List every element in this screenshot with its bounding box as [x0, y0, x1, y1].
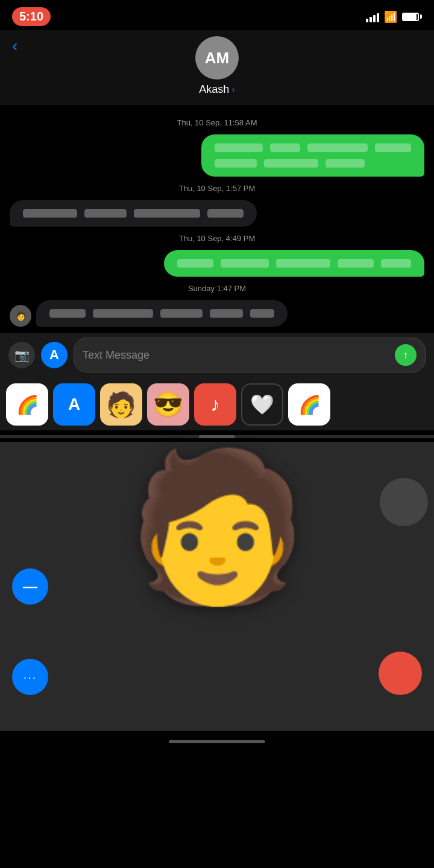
- chat-header: ‹ AM Akash ›: [0, 30, 434, 105]
- memoji-area: 🧑 — ···: [0, 442, 434, 731]
- photos-icon: 🌈: [16, 394, 39, 415]
- heart-icon: 🤍: [250, 393, 274, 416]
- message-row-received-1: [10, 200, 424, 227]
- contact-name[interactable]: Akash ›: [199, 83, 234, 96]
- app-icon-appstore[interactable]: A: [53, 383, 95, 426]
- input-bar: 📷 A Text Message ↑: [0, 333, 434, 377]
- dots-button[interactable]: ···: [12, 659, 48, 695]
- send-icon: ↑: [403, 349, 409, 362]
- appstore-button[interactable]: A: [41, 342, 68, 368]
- timestamp-4: Sunday 1:47 PM: [10, 284, 424, 293]
- dots-icon: ···: [24, 670, 37, 684]
- gray-circle-icon: [380, 478, 428, 526]
- wifi-icon: 📶: [384, 10, 397, 24]
- app-icon-memoji2[interactable]: 😎: [147, 383, 189, 426]
- app-icons-row: 🌈 A 🧑 😎 ♪ 🤍 🌈: [0, 377, 434, 430]
- music-icon: ♪: [210, 394, 220, 416]
- app-icon-memoji1[interactable]: 🧑: [100, 383, 142, 426]
- contact-name-text: Akash: [199, 83, 229, 96]
- blue-side-button[interactable]: —: [12, 568, 48, 605]
- app-icon-photos2[interactable]: 🌈: [288, 383, 330, 426]
- appstore-icon: A: [49, 347, 59, 363]
- bubble-sent-2[interactable]: [164, 250, 424, 277]
- memoji1-icon: 🧑: [106, 391, 136, 419]
- received-avatar: 🧑: [10, 305, 31, 327]
- photos2-icon: 🌈: [298, 394, 321, 415]
- panel-drag-handle-area: [0, 435, 434, 438]
- messages-area: Thu, 10 Sep, 11:58 AM Thu, 10 Sep, 1:57 …: [0, 105, 434, 333]
- back-button[interactable]: ‹: [12, 36, 17, 55]
- memoji2-icon: 😎: [153, 391, 183, 419]
- camera-button[interactable]: 📷: [8, 342, 35, 368]
- message-row-sent-1: [10, 134, 424, 177]
- timestamp-2: Thu, 10 Sep, 1:57 PM: [10, 184, 424, 193]
- bubble-received-2[interactable]: [36, 300, 288, 327]
- message-row-sent-2: [10, 250, 424, 277]
- home-bar: [169, 740, 265, 743]
- timestamp-3: Thu, 10 Sep, 4:49 PM: [10, 234, 424, 243]
- drag-handle[interactable]: [199, 435, 235, 438]
- message-input-wrapper[interactable]: Text Message ↑: [74, 338, 426, 373]
- status-icons: 📶: [366, 10, 422, 24]
- appstore-icon-large: A: [68, 395, 80, 414]
- signal-bar-1: [366, 19, 368, 22]
- record-button[interactable]: [379, 652, 422, 695]
- signal-bar-3: [373, 15, 376, 22]
- app-icon-music[interactable]: ♪: [194, 383, 236, 426]
- send-button[interactable]: ↑: [395, 344, 417, 366]
- memoji-display: 🧑: [127, 454, 307, 599]
- message-row-received-2: 🧑: [10, 300, 424, 327]
- timestamp-1: Thu, 10 Sep, 11:58 AM: [10, 118, 424, 127]
- message-placeholder: Text Message: [83, 349, 149, 362]
- avatar: AM: [195, 36, 239, 80]
- blue-side-icon: —: [23, 578, 37, 595]
- home-indicator: [0, 731, 434, 752]
- contact-chevron-icon: ›: [231, 84, 234, 95]
- bubble-received-1[interactable]: [10, 200, 257, 227]
- battery-icon: [402, 13, 422, 21]
- bubble-sent-1[interactable]: [201, 134, 424, 177]
- status-time: 5:10: [12, 7, 51, 26]
- status-bar: 5:10 📶: [0, 0, 434, 30]
- signal-bar-4: [377, 13, 379, 22]
- signal-bar-2: [370, 17, 372, 22]
- signal-bars-icon: [366, 11, 379, 22]
- app-icon-heart[interactable]: 🤍: [241, 383, 283, 426]
- camera-icon: 📷: [14, 348, 30, 362]
- app-icon-photos[interactable]: 🌈: [6, 383, 48, 426]
